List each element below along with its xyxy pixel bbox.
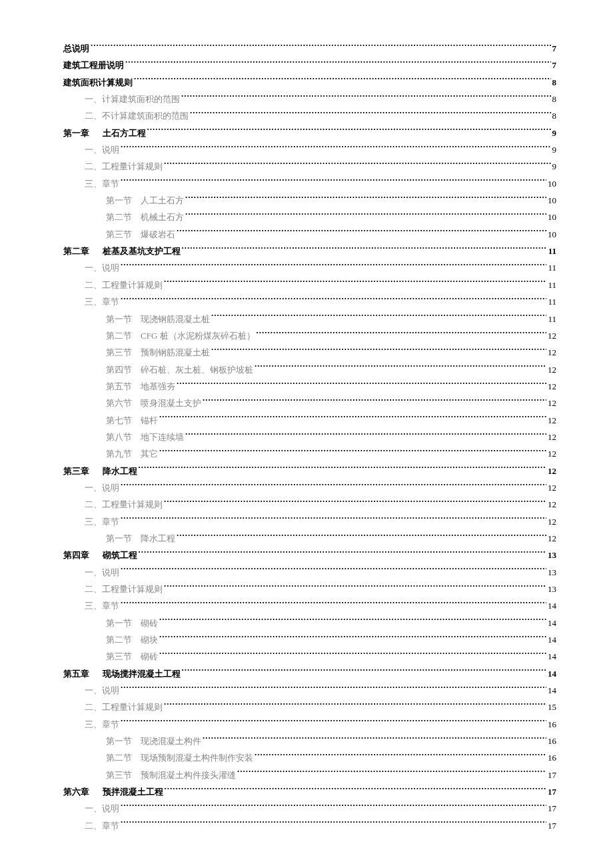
toc-title: 第二章桩基及基坑支护工程 xyxy=(63,243,181,259)
toc-leader-dots xyxy=(177,533,546,541)
toc-entry[interactable]: 第二节CFG 桩（水泥粉煤灰碎石桩）12 xyxy=(106,327,556,344)
toc-entry[interactable]: 一、说明11 xyxy=(85,259,556,276)
toc-entry[interactable]: 一、说明17 xyxy=(85,800,556,817)
toc-page-number: 12 xyxy=(548,530,556,547)
toc-title: 三、章节 xyxy=(85,597,119,614)
toc-entry[interactable]: 第四章砌筑工程13 xyxy=(63,547,556,563)
toc-title: 第二节现场预制混凝土构件制作安装 xyxy=(106,749,253,766)
toc-entry[interactable]: 第一节人工土石方10 xyxy=(106,192,556,209)
toc-leader-dots xyxy=(159,415,546,423)
toc-title: 第一节砌砖 xyxy=(106,615,158,631)
toc-entry[interactable]: 二、工程量计算规则11 xyxy=(85,277,556,293)
toc-title: 第二节机械土石方 xyxy=(106,209,184,225)
toc-leader-dots xyxy=(121,296,546,305)
toc-entry[interactable]: 第六章预拌混凝土工程17 xyxy=(63,783,556,800)
toc-page-number: 11 xyxy=(548,311,556,327)
toc-title: 三、章节 xyxy=(85,293,119,310)
toc-title: 二、工程量计算规则 xyxy=(85,158,163,175)
toc-entry[interactable]: 第四节碎石桩、灰土桩、钢板护坡桩12 xyxy=(106,361,556,378)
toc-leader-dots xyxy=(211,313,546,322)
toc-entry[interactable]: 第一节现浇钢筋混凝土桩11 xyxy=(106,311,556,327)
toc-page-number: 12 xyxy=(548,344,556,361)
toc-page-number: 17 xyxy=(548,817,556,834)
toc-entry[interactable]: 二、章节17 xyxy=(85,817,556,834)
toc-entry[interactable]: 二、工程量计算规则13 xyxy=(85,581,556,597)
toc-entry[interactable]: 第二节机械土石方10 xyxy=(106,209,556,225)
toc-entry[interactable]: 第九节其它12 xyxy=(106,445,556,462)
toc-entry[interactable]: 第五节地基强夯12 xyxy=(106,378,556,395)
toc-title: 第一章土石方工程 xyxy=(63,125,146,141)
toc-title: 总说明 xyxy=(63,40,89,57)
toc-entry[interactable]: 第七节锚杆12 xyxy=(106,412,556,429)
toc-entry[interactable]: 二、工程量计算规则15 xyxy=(85,699,556,715)
toc-entry[interactable]: 第五章现场搅拌混凝土工程14 xyxy=(63,665,556,682)
toc-entry[interactable]: 三、章节12 xyxy=(85,513,556,530)
toc-page-number: 12 xyxy=(548,513,556,530)
toc-leader-dots xyxy=(121,803,546,811)
toc-page-number: 7 xyxy=(552,57,557,73)
toc-page-number: 14 xyxy=(548,665,556,682)
toc-entry[interactable]: 第二节砌块14 xyxy=(106,631,556,648)
toc-page-number: 14 xyxy=(548,648,556,665)
toc-entry[interactable]: 一、说明9 xyxy=(85,141,556,158)
toc-entry[interactable]: 一、说明13 xyxy=(85,564,556,581)
toc-page-number: 13 xyxy=(548,581,556,597)
toc-page-number: 16 xyxy=(548,733,556,749)
toc-leader-dots xyxy=(125,59,551,68)
toc-entry[interactable]: 第二章桩基及基坑支护工程11 xyxy=(63,243,556,259)
toc-page-number: 14 xyxy=(548,615,556,631)
toc-page-number: 17 xyxy=(548,767,556,783)
toc-entry[interactable]: 建筑工程册说明7 xyxy=(63,57,556,73)
toc-entry[interactable]: 第三节爆破岩石10 xyxy=(106,226,556,243)
toc-leader-dots xyxy=(159,634,546,643)
toc-leader-dots xyxy=(159,651,546,659)
toc-title: 第一节人工土石方 xyxy=(106,192,184,209)
toc-page-number: 8 xyxy=(552,91,557,107)
toc-entry[interactable]: 第一章土石方工程9 xyxy=(63,125,556,141)
toc-leader-dots xyxy=(121,482,546,491)
toc-entry[interactable]: 总说明7 xyxy=(63,40,556,57)
toc-entry[interactable]: 第三节预制混凝土构件接头灌缝17 xyxy=(106,767,556,783)
toc-page-number: 12 xyxy=(548,429,556,445)
toc-entry[interactable]: 二、工程量计算规则9 xyxy=(85,158,556,175)
toc-leader-dots xyxy=(181,93,551,102)
toc-title: 二、工程量计算规则 xyxy=(85,581,163,597)
toc-entry[interactable]: 第一节现浇混凝土构件16 xyxy=(106,733,556,749)
toc-entry[interactable]: 第六节喷身混凝土支护12 xyxy=(106,395,556,411)
table-of-contents: 总说明7建筑工程册说明7建筑面积计算规则8一、计算建筑面积的范围8二、不计算建筑… xyxy=(63,40,556,834)
toc-entry[interactable]: 一、计算建筑面积的范围8 xyxy=(85,91,556,107)
toc-page-number: 12 xyxy=(548,445,556,462)
toc-entry[interactable]: 第三节砌砖14 xyxy=(106,648,556,665)
toc-leader-dots xyxy=(134,77,551,85)
toc-page-number: 14 xyxy=(548,597,556,614)
toc-entry[interactable]: 第三节预制钢筋混凝土桩12 xyxy=(106,344,556,361)
toc-page-number: 11 xyxy=(548,293,556,310)
toc-leader-dots xyxy=(159,448,546,457)
toc-entry[interactable]: 三、章节10 xyxy=(85,175,556,192)
toc-entry[interactable]: 第三章降水工程12 xyxy=(63,463,556,479)
toc-entry[interactable]: 第二节现场预制混凝土构件制作安装16 xyxy=(106,749,556,766)
toc-entry[interactable]: 第一节降水工程12 xyxy=(106,530,556,547)
toc-entry[interactable]: 第八节地下连续墙12 xyxy=(106,429,556,445)
toc-title: 第三节爆破岩石 xyxy=(106,226,175,243)
toc-page-number: 12 xyxy=(548,378,556,395)
toc-page-number: 9 xyxy=(552,141,557,158)
toc-title: 第三节预制混凝土构件接头灌缝 xyxy=(106,767,236,783)
toc-leader-dots xyxy=(139,549,547,558)
toc-entry[interactable]: 第一节砌砖14 xyxy=(106,615,556,631)
toc-title: 二、工程量计算规则 xyxy=(85,496,163,513)
toc-entry[interactable]: 二、工程量计算规则12 xyxy=(85,496,556,513)
toc-entry[interactable]: 建筑面积计算规则8 xyxy=(63,74,556,91)
toc-entry[interactable]: 三、章节16 xyxy=(85,716,556,733)
toc-leader-dots xyxy=(121,178,546,187)
toc-leader-dots xyxy=(182,668,547,677)
toc-page-number: 11 xyxy=(548,259,556,276)
toc-page-number: 16 xyxy=(548,716,556,733)
toc-leader-dots xyxy=(255,752,546,761)
toc-entry[interactable]: 二、不计算建筑面积的范围8 xyxy=(85,107,556,124)
toc-entry[interactable]: 三、章节14 xyxy=(85,597,556,614)
toc-entry[interactable]: 三、章节11 xyxy=(85,293,556,310)
toc-leader-dots xyxy=(257,330,546,339)
toc-entry[interactable]: 一、说明12 xyxy=(85,479,556,496)
toc-entry[interactable]: 一、说明14 xyxy=(85,682,556,699)
